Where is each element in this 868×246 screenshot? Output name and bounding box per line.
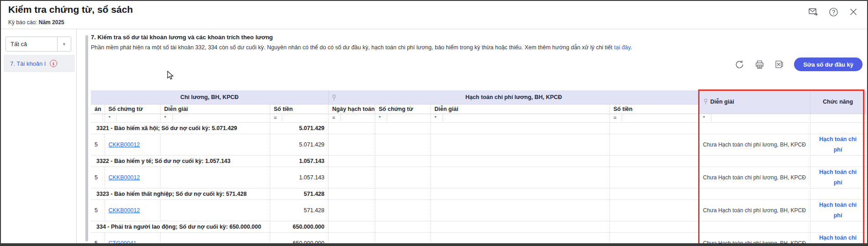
cell-doc: CKKB00012 bbox=[105, 199, 160, 221]
sidebar-item-label: 7. Tài khoản l bbox=[10, 60, 46, 67]
close-icon[interactable] bbox=[848, 6, 859, 17]
cell-action: Hạch toán chi phí bbox=[810, 232, 866, 246]
cell-amount: 650.000.000 bbox=[270, 232, 328, 246]
col-ngay-hach-toan-1[interactable]: án bbox=[91, 104, 105, 114]
post-expense-link[interactable]: Hạch toán chi phí bbox=[819, 202, 857, 219]
cell-doc: CKKB00012 bbox=[105, 167, 160, 188]
send-mail-icon[interactable] bbox=[808, 6, 819, 17]
post-expense-link[interactable]: Hạch toán chi phí bbox=[819, 235, 857, 246]
document-link[interactable]: CKKB00012 bbox=[109, 141, 140, 148]
cell-doc: CKKB00012 bbox=[105, 134, 160, 155]
report-period-value: Năm 2025 bbox=[39, 19, 64, 26]
filter-row: * * = = * * = * bbox=[91, 114, 866, 122]
sidebar-item-tai-khoan[interactable]: 7. Tài khoản l i bbox=[4, 55, 75, 72]
group-row-3322: 3322 - Bảo hiểm y tế; Số dư nợ cuối kỳ: … bbox=[91, 155, 866, 167]
cell-amount: 5.071.429 bbox=[270, 134, 328, 155]
description-suffix: . bbox=[631, 44, 632, 51]
cell-date: 5 bbox=[91, 134, 105, 155]
section-heading: 7. Kiểm tra số dư tài khoản lương và các… bbox=[91, 34, 273, 41]
report-period: Kỳ báo cáo: Năm 2025 bbox=[8, 19, 64, 26]
help-link[interactable]: tại đây bbox=[614, 44, 631, 51]
app-window: Kiểm tra chứng từ, sổ sách Kỳ báo cáo: N… bbox=[0, 0, 868, 246]
group-row-text: 3322 - Bảo hiểm y tế; Số dư nợ cuối kỳ: … bbox=[91, 155, 270, 167]
filter-cell[interactable]: = bbox=[270, 114, 328, 122]
pinned-column-chuc-nang[interactable]: Chức năng bbox=[810, 90, 866, 114]
cell-doc: CTG00041 bbox=[105, 232, 160, 246]
cell-action: Hạch toán chi phí bbox=[810, 167, 866, 188]
chevron-down-icon: ▼ bbox=[57, 37, 71, 51]
filter-cell[interactable]: = bbox=[610, 114, 699, 122]
filter-cell[interactable]: * bbox=[375, 114, 431, 122]
group-row-amount: 650.000.000 bbox=[270, 221, 328, 232]
main-content: 7. Kiểm tra số dư tài khoản lương và các… bbox=[77, 29, 867, 243]
section-description: Phần mềm phát hiện ra một số tài khoản 3… bbox=[91, 44, 632, 51]
print-icon[interactable] bbox=[754, 59, 765, 70]
cell-note: Chưa Hạch toán chi phí lương, BH, KPCĐ bbox=[699, 199, 810, 221]
pin-icon bbox=[331, 94, 337, 101]
col-so-chung-tu-2[interactable]: Số chứng từ bbox=[375, 104, 431, 114]
document-link[interactable]: CKKB00012 bbox=[109, 207, 140, 214]
sidebar: Tất cả ▼ 7. Tài khoản l i bbox=[1, 29, 77, 243]
cell-amount: 1.057.143 bbox=[270, 167, 328, 188]
cell-action: Hạch toán chi phí bbox=[810, 134, 866, 155]
pinned-column-dien-giai[interactable]: Diễn giải bbox=[699, 90, 810, 114]
toolbar: Sửa số dư đầu kỳ bbox=[734, 58, 863, 71]
vertical-scrollbar[interactable] bbox=[85, 35, 88, 241]
detail-row: 5 CKKB00012 5.071.429 Chưa Hạch toán chi… bbox=[91, 134, 866, 155]
filter-cell[interactable] bbox=[91, 114, 105, 122]
filter-cell[interactable]: * bbox=[699, 114, 810, 122]
filter-cell[interactable]: * bbox=[105, 114, 160, 122]
cell-amount: 571.428 bbox=[270, 199, 328, 221]
group-header-chi-luong[interactable]: Chi lương, BH, KPCĐ bbox=[91, 90, 328, 104]
group-row-amount: 571.428 bbox=[270, 188, 328, 199]
cell-action: Hạch toán chi phí bbox=[810, 199, 866, 221]
pin-icon bbox=[703, 99, 708, 105]
col-ngay-hach-toan-2[interactable]: Ngày hạch toán bbox=[328, 104, 375, 114]
document-link[interactable]: CKKB00012 bbox=[109, 174, 140, 181]
group-row-text: 3323 - Bảo hiểm thất nghiệp; Số dư nợ cu… bbox=[91, 188, 270, 199]
filter-cell[interactable]: = bbox=[328, 114, 375, 122]
detail-row: 5 CTG00041 650.000.000 Chưa Hạch toán ch… bbox=[91, 232, 866, 246]
filter-cell[interactable]: * bbox=[160, 114, 270, 122]
group-header-row: Chi lương, BH, KPCĐ Hạch toán chi phí lư… bbox=[91, 90, 866, 104]
description-text: Phần mềm phát hiện ra một số tài khoản 3… bbox=[91, 44, 614, 51]
refresh-icon[interactable] bbox=[734, 59, 745, 70]
warning-icon: i bbox=[50, 60, 57, 67]
group-row-text: 334 - Phải trả người lao động; Số dư nợ … bbox=[91, 221, 270, 232]
filter-cell[interactable] bbox=[810, 114, 866, 122]
col-dien-giai-2[interactable]: Diễn giải bbox=[431, 104, 610, 114]
filter-cell[interactable]: * bbox=[431, 114, 610, 122]
accounts-table: Chi lương, BH, KPCĐ Hạch toán chi phí lư… bbox=[91, 90, 866, 246]
col-dien-giai-1[interactable]: Diễn giải bbox=[160, 104, 270, 114]
col-so-tien-1[interactable]: Số tiền bbox=[270, 104, 328, 114]
detail-row: 5 CKKB00012 571.428 Chưa Hạch toán chi p… bbox=[91, 199, 866, 221]
col-so-chung-tu-1[interactable]: Số chứng từ bbox=[105, 104, 160, 114]
help-icon[interactable] bbox=[828, 6, 839, 17]
titlebar-icons bbox=[808, 6, 859, 17]
group-row-text: 3321 - Bảo hiểm xã hội; Số dư nợ cuối kỳ… bbox=[91, 122, 270, 134]
sidebar-filter-value: Tất cả bbox=[6, 41, 57, 47]
report-period-label: Kỳ báo cáo: bbox=[8, 19, 37, 26]
group-header-hach-toan[interactable]: Hạch toán chi phí lương, BH, KPCĐ bbox=[328, 90, 699, 104]
col-so-tien-2[interactable]: Số tiền bbox=[610, 104, 699, 114]
group-row-3323: 3323 - Bảo hiểm thất nghiệp; Số dư nợ cu… bbox=[91, 188, 866, 199]
page-title: Kiểm tra chứng từ, sổ sách bbox=[8, 4, 133, 15]
post-expense-link[interactable]: Hạch toán chi phí bbox=[819, 136, 857, 153]
document-link[interactable]: CTG00041 bbox=[109, 240, 137, 246]
mouse-cursor bbox=[167, 71, 175, 80]
results-grid: Chi lương, BH, KPCĐ Hạch toán chi phí lư… bbox=[91, 90, 866, 246]
cell-date: 5 bbox=[91, 232, 105, 246]
sidebar-filter-dropdown[interactable]: Tất cả ▼ bbox=[5, 37, 71, 52]
excel-export-icon[interactable] bbox=[774, 59, 785, 70]
group-row-3321: 3321 - Bảo hiểm xã hội; Số dư nợ cuối kỳ… bbox=[91, 122, 866, 134]
cell-note: Chưa Hạch toán chi phí lương, BH, KPCĐ bbox=[699, 232, 810, 246]
page-header: Kiểm tra chứng từ, sổ sách Kỳ báo cáo: N… bbox=[1, 1, 867, 29]
group-row-334: 334 - Phải trả người lao động; Số dư nợ … bbox=[91, 221, 866, 232]
detail-row: 5 CKKB00012 1.057.143 Chưa Hạch toán chi… bbox=[91, 167, 866, 188]
cell-note: Chưa Hạch toán chi phí lương, BH, KPCĐ bbox=[699, 167, 810, 188]
post-expense-link[interactable]: Hạch toán chi phí bbox=[819, 169, 857, 186]
cell-note: Chưa Hạch toán chi phí lương, BH, KPCĐ bbox=[699, 134, 810, 155]
cell-date: 5 bbox=[91, 199, 105, 221]
group-row-amount: 5.071.429 bbox=[270, 122, 328, 134]
fix-opening-balance-button[interactable]: Sửa số dư đầu kỳ bbox=[794, 58, 863, 71]
